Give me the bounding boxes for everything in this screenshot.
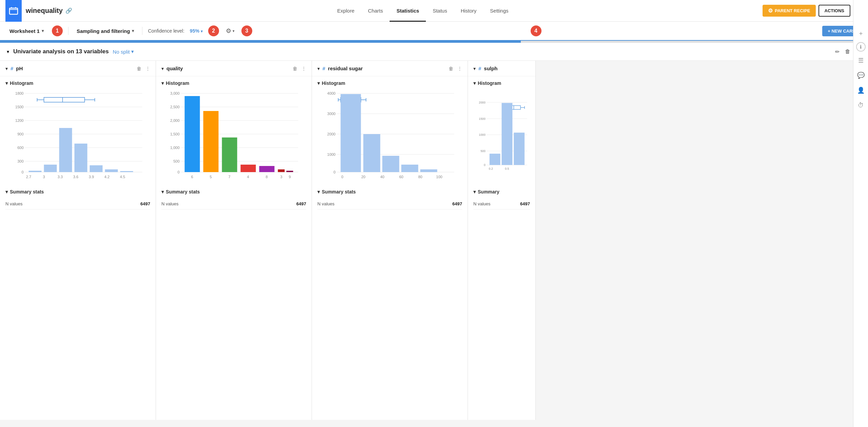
svg-text:0.5: 0.5	[505, 167, 509, 170]
no-split-label: No split	[113, 49, 130, 55]
ph-delete-icon[interactable]: 🗑	[137, 66, 141, 71]
svg-rect-25	[90, 165, 103, 172]
svg-text:7: 7	[228, 175, 230, 179]
card-sulph-header: ▾ # sulph	[468, 61, 535, 76]
nav-settings[interactable]: Settings	[483, 0, 515, 22]
residual-delete-icon[interactable]: 🗑	[449, 66, 453, 71]
residual-actions: 🗑 ⋮	[449, 66, 462, 71]
quality-hist-label: Histogram	[166, 80, 189, 86]
settings-icon-button[interactable]: ⚙ ▾	[224, 26, 236, 36]
gear-icon: ⚙	[226, 27, 231, 35]
svg-text:60: 60	[399, 175, 403, 179]
svg-text:500: 500	[173, 159, 179, 163]
svg-rect-50	[203, 111, 219, 172]
residual-sum-chevron: ▾	[317, 189, 320, 194]
parent-recipe-icon: ⚙	[768, 7, 773, 14]
svg-text:1,000: 1,000	[170, 146, 180, 150]
quality-actions: 🗑 ⋮	[293, 66, 306, 71]
ph-chevron: ▾	[5, 66, 8, 71]
sulph-sum-chevron: ▾	[473, 189, 476, 194]
svg-text:80: 80	[418, 175, 422, 179]
main-nav: Explore Charts Statistics Status History…	[83, 0, 763, 22]
nav-charts[interactable]: Charts	[361, 0, 390, 22]
sidebar-user-icon[interactable]: 👤	[855, 84, 867, 96]
svg-text:1000: 1000	[479, 133, 486, 136]
sidebar-info-icon[interactable]: ℹ	[856, 42, 866, 52]
confidence-value: 95% ▾	[190, 28, 203, 34]
nav-history[interactable]: History	[454, 0, 484, 22]
ph-more-icon[interactable]: ⋮	[145, 66, 150, 71]
svg-text:2000: 2000	[479, 101, 486, 104]
svg-text:4: 4	[247, 175, 249, 179]
delete-icon[interactable]: 🗑	[845, 49, 850, 55]
svg-text:3000: 3000	[327, 112, 335, 116]
sulph-nvalues-value: 6497	[520, 201, 530, 206]
svg-text:0.2: 0.2	[489, 167, 493, 170]
actions-button[interactable]: ACTIONS	[818, 5, 851, 17]
sulph-sum-label: Summary	[478, 189, 499, 194]
svg-rect-106	[490, 154, 500, 165]
svg-text:1500: 1500	[15, 105, 23, 109]
no-split-button[interactable]: No split ▾	[113, 49, 134, 55]
quality-summary-section: ▾ Summary stats N values 6497	[156, 189, 312, 214]
sidebar-plus-icon[interactable]: ＋	[855, 27, 867, 39]
link-icon: 🔗	[65, 7, 72, 14]
quality-nvalues-label: N values	[161, 201, 179, 206]
svg-text:3: 3	[43, 175, 45, 179]
svg-rect-49	[185, 96, 200, 172]
residual-hist-chevron: ▾	[317, 80, 320, 86]
ph-sum-chevron: ▾	[5, 189, 8, 194]
svg-text:2.7: 2.7	[26, 175, 31, 179]
residual-histogram-section: ▾ Histogram 4000 3000 2000 1000 0	[312, 76, 468, 189]
ph-hist-label: Histogram	[10, 80, 33, 86]
quality-summary-header: ▾ Summary stats	[161, 189, 306, 194]
svg-text:2000: 2000	[327, 132, 335, 136]
svg-text:3.9: 3.9	[89, 175, 94, 179]
nav-actions: ⚙ PARENT RECIPE ACTIONS ←	[763, 5, 863, 17]
ph-chart: 1800 1500 1200 900 600 300 0	[7, 90, 149, 185]
sulph-svg: 2000 1500 1000 500 0	[475, 90, 529, 185]
ph-sum-label: Summary stats	[10, 189, 44, 194]
ph-histogram-section: ▾ Histogram 1800 1500 1200 900	[0, 76, 156, 189]
nav-status[interactable]: Status	[426, 0, 454, 22]
svg-rect-15	[44, 97, 85, 102]
sidebar-list-icon[interactable]: ☰	[855, 54, 867, 67]
card-quality: ▾ quality 🗑 ⋮ ▾ Histogram	[156, 61, 312, 420]
card-ph-header: ▾ # pH 🗑 ⋮	[0, 61, 156, 76]
sulph-summary-section: ▾ Summary N values 6497	[468, 189, 535, 214]
edit-icon[interactable]: ✏	[835, 49, 840, 55]
cards-area: ▾ # pH 🗑 ⋮ ▾ Histogram	[0, 61, 868, 420]
nav-statistics[interactable]: Statistics	[390, 0, 426, 22]
svg-text:0: 0	[21, 170, 23, 174]
nav-explore[interactable]: Explore	[330, 0, 361, 22]
residual-more-icon[interactable]: ⋮	[457, 66, 462, 71]
svg-text:100: 100	[436, 175, 442, 179]
svg-rect-108	[514, 133, 525, 165]
parent-recipe-button[interactable]: ⚙ PARENT RECIPE	[763, 5, 816, 17]
card-residual-header: ▾ # residual sugar 🗑 ⋮	[312, 61, 468, 76]
sidebar-chat-icon[interactable]: 💬	[855, 69, 867, 81]
residual-chevron: ▾	[317, 66, 320, 71]
sulph-type-icon: #	[478, 66, 481, 71]
ph-actions: 🗑 ⋮	[137, 66, 150, 71]
sampling-label: Sampling and filtering	[77, 28, 130, 34]
step-2-badge: 2	[208, 25, 219, 36]
sulph-histogram-section: ▾ Histogram 2000 1500 1000 500 0	[468, 76, 535, 189]
quality-more-icon[interactable]: ⋮	[301, 66, 306, 71]
svg-text:500: 500	[480, 149, 486, 153]
svg-text:8: 8	[265, 175, 268, 179]
svg-rect-54	[278, 169, 285, 172]
svg-rect-53	[259, 166, 275, 172]
svg-text:3,000: 3,000	[170, 91, 180, 95]
worksheet-label: Worksheet 1	[9, 28, 40, 34]
sampling-dropdown[interactable]: Sampling and filtering ▾	[74, 27, 137, 35]
no-split-chevron: ▾	[131, 49, 134, 55]
quality-delete-icon[interactable]: 🗑	[293, 66, 297, 71]
svg-rect-27	[120, 171, 133, 172]
step-1-badge: 1	[52, 25, 63, 36]
worksheet-dropdown[interactable]: Worksheet 1 ▾	[7, 27, 46, 35]
sulph-hist-label: Histogram	[478, 80, 501, 86]
svg-text:0: 0	[333, 170, 335, 174]
sidebar-clock-icon[interactable]: ⏱	[855, 99, 867, 111]
step-4-badge: 4	[531, 25, 541, 36]
